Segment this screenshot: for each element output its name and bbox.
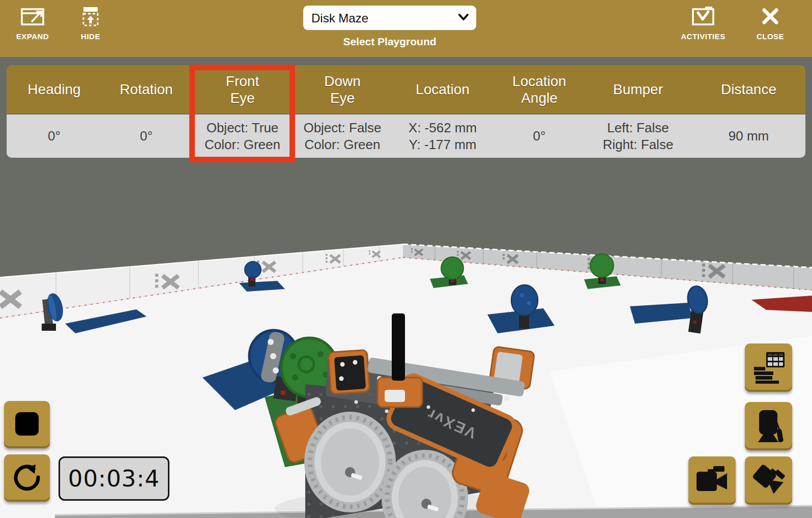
camera-tilt-view-button[interactable] — [745, 456, 792, 505]
sensor-dashboard-values: 0° 0° Object: TrueColor: Green Object: F… — [7, 114, 805, 158]
column-header-location-angle: LocationAngle — [495, 65, 584, 113]
app-window: VEXvr EXPAND — [0, 0, 812, 518]
value-heading: 0° — [7, 114, 102, 158]
camera-view-button[interactable] — [688, 456, 736, 505]
column-header-location: Location — [391, 65, 495, 113]
stop-icon — [14, 411, 40, 439]
hide-button[interactable]: HIDE — [70, 5, 111, 41]
close-x-icon — [761, 5, 780, 27]
expand-window-icon — [20, 5, 45, 27]
column-header-front-eye: FrontEye — [191, 65, 294, 113]
video-camera-tilted-icon — [752, 463, 786, 498]
column-header-rotation: Rotation — [102, 65, 191, 113]
video-camera-icon — [695, 463, 729, 498]
value-location: X: -562 mmY: -177 mm — [391, 114, 495, 158]
timer-display: 00:03:4 — [59, 456, 169, 501]
column-header-heading: Heading — [7, 65, 102, 113]
activities-checkbox-icon — [691, 5, 715, 27]
pov-view-icon — [752, 409, 786, 444]
stop-button[interactable] — [4, 401, 50, 448]
sensor-dashboard: Heading Rotation FrontEye DownEye Locati… — [7, 65, 805, 158]
value-bumper: Left: FalseRight: False — [584, 114, 692, 158]
column-header-down-eye: DownEye — [294, 65, 391, 113]
top-toolbar: EXPAND HIDE Disk Maze — [0, 0, 812, 57]
pov-view-button[interactable] — [745, 402, 792, 450]
close-label: CLOSE — [757, 32, 784, 41]
sensor-dashboard-icon — [752, 350, 786, 385]
hide-window-icon — [79, 5, 102, 27]
value-rotation: 0° — [102, 114, 191, 158]
sensor-dashboard-toggle-button[interactable] — [745, 343, 792, 392]
sensor-dashboard-header: Heading Rotation FrontEye DownEye Locati… — [7, 65, 805, 113]
value-front-eye: Object: TrueColor: Green — [191, 114, 294, 158]
playground-select-wrap: Disk Maze — [303, 6, 476, 30]
select-playground-label: Select Playground — [303, 36, 476, 48]
column-header-bumper: Bumper — [584, 65, 692, 113]
reset-button[interactable] — [4, 454, 50, 502]
hide-label: HIDE — [81, 32, 100, 41]
activities-label: ACTIVITIES — [681, 32, 726, 41]
value-down-eye: Object: FalseColor: Green — [294, 114, 391, 158]
playground-select[interactable]: Disk Maze — [303, 6, 476, 30]
value-location-angle: 0° — [495, 114, 584, 158]
close-button[interactable]: CLOSE — [749, 5, 792, 41]
reset-icon — [12, 463, 42, 494]
column-header-distance: Distance — [692, 65, 805, 113]
expand-button[interactable]: EXPAND — [12, 5, 53, 41]
activities-button[interactable]: ACTIVITIES — [677, 5, 730, 41]
value-distance: 90 mm — [692, 114, 805, 158]
expand-label: EXPAND — [16, 32, 49, 41]
